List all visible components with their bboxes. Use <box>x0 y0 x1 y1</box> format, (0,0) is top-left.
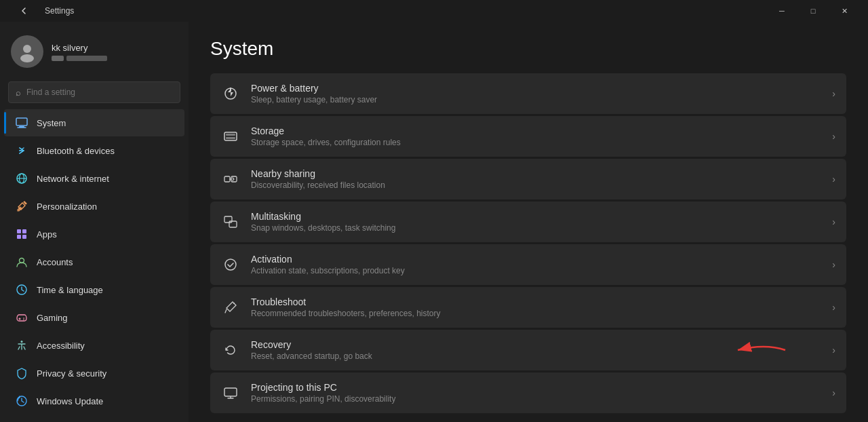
search-input[interactable] <box>26 88 173 97</box>
minimize-button[interactable]: ─ <box>766 0 797 22</box>
activation-icon <box>221 255 240 274</box>
sidebar-item-label-network: Network & internet <box>37 174 109 184</box>
power-battery-icon <box>221 84 240 103</box>
svg-rect-25 <box>224 176 230 182</box>
window-controls: ─ □ ✕ <box>766 0 860 22</box>
progress-bar-large <box>66 56 107 61</box>
chevron-right-icon: › <box>832 259 835 270</box>
chevron-right-icon: › <box>832 88 835 99</box>
settings-item-storage[interactable]: Storage Storage space, drives, configura… <box>210 116 846 157</box>
nearby-sharing-text: Nearby sharing Discoverability, received… <box>251 168 821 190</box>
sidebar-item-gaming[interactable]: Gaming <box>4 304 184 331</box>
sidebar-nav: System Bluetooth & devices <box>0 109 189 415</box>
storage-text: Storage Storage space, drives, configura… <box>251 126 821 147</box>
user-info: kk silvery <box>52 43 107 61</box>
nearby-sharing-icon <box>221 170 240 189</box>
time-icon <box>15 283 28 296</box>
svg-rect-9 <box>22 229 26 233</box>
sidebar-item-privacy[interactable]: Privacy & security <box>4 360 184 387</box>
power-battery-subtitle: Sleep, battery usage, battery saver <box>251 95 821 104</box>
page-title: System <box>210 38 846 60</box>
search-box[interactable]: ⌕ <box>8 81 180 103</box>
maximize-button[interactable]: □ <box>797 0 829 22</box>
svg-rect-22 <box>224 132 237 140</box>
nearby-sharing-title: Nearby sharing <box>251 168 821 179</box>
recovery-icon <box>221 341 240 360</box>
troubleshoot-icon <box>221 298 240 317</box>
svg-rect-10 <box>17 235 21 239</box>
svg-rect-32 <box>224 388 237 396</box>
bluetooth-icon <box>15 144 28 157</box>
avatar <box>11 35 43 68</box>
sidebar-item-apps[interactable]: Apps <box>4 220 184 248</box>
svg-point-29 <box>225 259 236 270</box>
chevron-right-icon: › <box>832 131 835 142</box>
close-button[interactable]: ✕ <box>829 0 860 22</box>
power-battery-title: Power & battery <box>251 83 821 94</box>
multitasking-title: Multitasking <box>251 211 821 222</box>
sidebar-item-system[interactable]: System <box>4 109 184 136</box>
sidebar-item-label-apps: Apps <box>37 229 57 239</box>
sidebar: kk silvery ⌕ <box>0 22 189 422</box>
annotation-arrow <box>731 340 792 360</box>
storage-title: Storage <box>251 126 821 136</box>
user-name: kk silvery <box>52 43 107 53</box>
sidebar-item-label-time: Time & language <box>37 285 103 295</box>
user-progress-bars <box>52 56 107 61</box>
main-layout: kk silvery ⌕ <box>0 22 868 422</box>
sidebar-item-accessibility[interactable]: Accessibility <box>4 332 184 359</box>
chevron-right-icon: › <box>832 387 835 398</box>
titlebar-left: Settings <box>8 0 74 22</box>
settings-item-nearby-sharing[interactable]: Nearby sharing Discoverability, received… <box>210 159 846 199</box>
network-icon <box>15 172 28 185</box>
svg-rect-24 <box>226 137 235 139</box>
svg-point-0 <box>23 45 31 53</box>
projecting-title: Projecting to this PC <box>251 382 821 393</box>
storage-subtitle: Storage space, drives, configuration rul… <box>251 138 821 147</box>
settings-item-projecting[interactable]: Projecting to this PC Permissions, pairi… <box>210 372 846 413</box>
sidebar-item-personalization[interactable]: Personalization <box>4 193 184 220</box>
settings-item-multitasking[interactable]: Multitasking Snap windows, desktops, tas… <box>210 202 846 242</box>
privacy-icon <box>15 366 28 380</box>
sidebar-item-label-windows-update: Windows Update <box>37 396 103 406</box>
settings-item-troubleshoot[interactable]: Troubleshoot Recommended troubleshooters… <box>210 287 846 328</box>
troubleshoot-title: Troubleshoot <box>251 296 821 307</box>
sidebar-item-label-personalization: Personalization <box>37 202 97 212</box>
user-profile[interactable]: kk silvery <box>0 27 189 79</box>
sidebar-item-windows-update[interactable]: Windows Update <box>4 387 184 415</box>
titlebar: Settings ─ □ ✕ <box>0 0 868 22</box>
power-battery-text: Power & battery Sleep, battery usage, ba… <box>251 83 821 104</box>
content-area: System Power & battery Sleep, battery us… <box>189 22 868 422</box>
chevron-right-icon: › <box>832 345 835 356</box>
sidebar-item-network[interactable]: Network & internet <box>4 165 184 192</box>
svg-rect-8 <box>17 229 21 233</box>
nearby-sharing-subtitle: Discoverability, received files location <box>251 180 821 190</box>
settings-item-activation[interactable]: Activation Activation state, subscriptio… <box>210 244 846 285</box>
settings-item-recovery[interactable]: Recovery Reset, advanced startup, go bac… <box>210 330 846 370</box>
sidebar-item-accounts[interactable]: Accounts <box>4 248 184 275</box>
svg-point-16 <box>23 318 24 319</box>
app-title: Settings <box>45 6 74 16</box>
svg-rect-23 <box>226 134 235 136</box>
sidebar-item-bluetooth[interactable]: Bluetooth & devices <box>4 137 184 164</box>
settings-item-power-battery[interactable]: Power & battery Sleep, battery usage, ba… <box>210 73 846 114</box>
projecting-text: Projecting to this PC Permissions, pairi… <box>251 382 821 404</box>
search-icon: ⌕ <box>16 88 21 98</box>
svg-rect-11 <box>22 235 26 239</box>
personalization-icon <box>15 199 28 213</box>
svg-point-17 <box>23 319 24 320</box>
back-button[interactable] <box>8 0 39 22</box>
storage-icon <box>221 127 240 146</box>
chevron-right-icon: › <box>832 216 835 227</box>
progress-bar-small <box>52 56 64 61</box>
settings-list: Power & battery Sleep, battery usage, ba… <box>210 73 846 413</box>
multitasking-text: Multitasking Snap windows, desktops, tas… <box>251 211 821 233</box>
sidebar-item-time[interactable]: Time & language <box>4 276 184 303</box>
projecting-subtitle: Permissions, pairing PIN, discoverabilit… <box>251 394 821 404</box>
sidebar-item-label-gaming: Gaming <box>37 313 68 323</box>
accessibility-icon <box>15 339 28 352</box>
activation-subtitle: Activation state, subscriptions, product… <box>251 266 821 275</box>
projecting-icon <box>221 383 240 402</box>
sidebar-item-label-bluetooth: Bluetooth & devices <box>37 146 115 156</box>
svg-point-1 <box>20 54 34 62</box>
